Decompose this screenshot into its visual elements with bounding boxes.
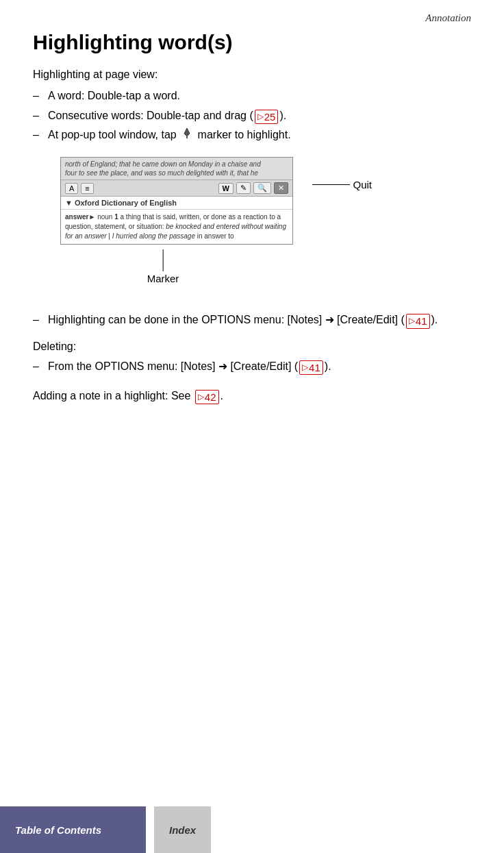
ss-btn-w[interactable]: W xyxy=(218,183,234,194)
bullet-text-1: A word: Double-tap a word. xyxy=(48,88,180,105)
deleting-bullets: – From the OPTIONS menu: [Notes] ➜ [Crea… xyxy=(33,358,471,375)
bullet-text-2: Consecutive words: Double-tap and drag (… xyxy=(48,108,286,125)
ss-content: answer► noun 1 a thing that is said, wri… xyxy=(61,210,292,244)
bullet-dash: – xyxy=(33,108,48,125)
deleting-label: Deleting: xyxy=(33,338,471,356)
intro-text: Highlighting at page view: xyxy=(33,66,471,84)
callout-quit-line xyxy=(312,184,350,185)
link-42[interactable]: ▷42 xyxy=(195,390,219,405)
page-wrapper: Annotation Highlighting word(s) Highligh… xyxy=(0,0,504,853)
list-item: – From the OPTIONS menu: [Notes] ➜ [Crea… xyxy=(33,358,471,375)
adding-note-text: Adding a note in a highlight: See ▷42. xyxy=(33,388,471,405)
marker-icon xyxy=(181,127,193,145)
callout-marker-line xyxy=(162,249,163,271)
link-41a[interactable]: ▷41 xyxy=(406,314,430,329)
screenshot-container: north of England; that he came down on M… xyxy=(33,157,471,245)
deleting-section: Deleting: – From the OPTIONS menu: [Note… xyxy=(33,338,471,375)
page-title: Highlighting word(s) xyxy=(33,31,471,54)
list-item: – Consecutive words: Double-tap and drag… xyxy=(33,108,471,125)
ss-btn-close[interactable]: ✕ xyxy=(274,182,288,194)
bottom-nav: Table of Contents Index xyxy=(0,806,504,853)
ss-toolbar: A ≡ W ✎ 🔍 ✕ xyxy=(61,180,292,197)
ss-btn-menu[interactable]: ≡ xyxy=(81,183,93,194)
link-25[interactable]: ▷25 xyxy=(255,110,279,125)
link-41b[interactable]: ▷41 xyxy=(299,360,323,375)
ss-top-line1: north of England; that he came down on M… xyxy=(65,160,261,168)
options-bullets: – Highlighting can be done in the OPTION… xyxy=(33,312,471,329)
ss-btn-a[interactable]: A xyxy=(65,183,78,194)
deleting-bullet-text: From the OPTIONS menu: [Notes] ➜ [Create… xyxy=(48,358,331,375)
callout-spacer xyxy=(33,251,471,301)
index-button[interactable]: Index xyxy=(154,806,211,853)
svg-rect-1 xyxy=(186,136,188,138)
section-header: Annotation xyxy=(33,0,471,28)
bullet-dash: – xyxy=(33,312,48,329)
list-item: – At pop-up tool window, tap marker to h… xyxy=(33,127,471,145)
bullet-dash: – xyxy=(33,88,48,105)
ss-dictionary-bar: ▼ Oxford Dictionary of English xyxy=(61,197,292,210)
callout-marker-label: Marker xyxy=(147,273,179,284)
svg-marker-0 xyxy=(184,128,190,136)
ss-headword: answer xyxy=(65,213,88,221)
bullet-dash: – xyxy=(33,127,48,144)
callout-quit-label: Quit xyxy=(353,179,372,190)
bullet-text-3: At pop-up tool window, tap marker to hig… xyxy=(48,127,291,145)
callout-marker-container: Marker xyxy=(147,249,179,284)
ss-top-line2: four to see the place, and was so much d… xyxy=(65,169,258,177)
ss-btn-pencil[interactable]: ✎ xyxy=(236,182,251,194)
options-bullet-text: Highlighting can be done in the OPTIONS … xyxy=(48,312,438,329)
screenshot-image: north of England; that he came down on M… xyxy=(33,157,293,245)
list-item: – Highlighting can be done in the OPTION… xyxy=(33,312,471,329)
ss-content-text: ► noun 1 a thing that is said, written, … xyxy=(65,213,286,240)
callout-quit-container: Quit xyxy=(312,179,372,190)
toc-button[interactable]: Table of Contents xyxy=(0,806,146,853)
screenshot-frame: north of England; that he came down on M… xyxy=(60,157,293,245)
list-item: – A word: Double-tap a word. xyxy=(33,88,471,105)
adding-note-section: Adding a note in a highlight: See ▷42. xyxy=(33,388,471,405)
ss-btn-search[interactable]: 🔍 xyxy=(253,182,271,194)
highlight-bullets: – A word: Double-tap a word. – Consecuti… xyxy=(33,88,471,145)
bullet-dash: – xyxy=(33,358,48,375)
